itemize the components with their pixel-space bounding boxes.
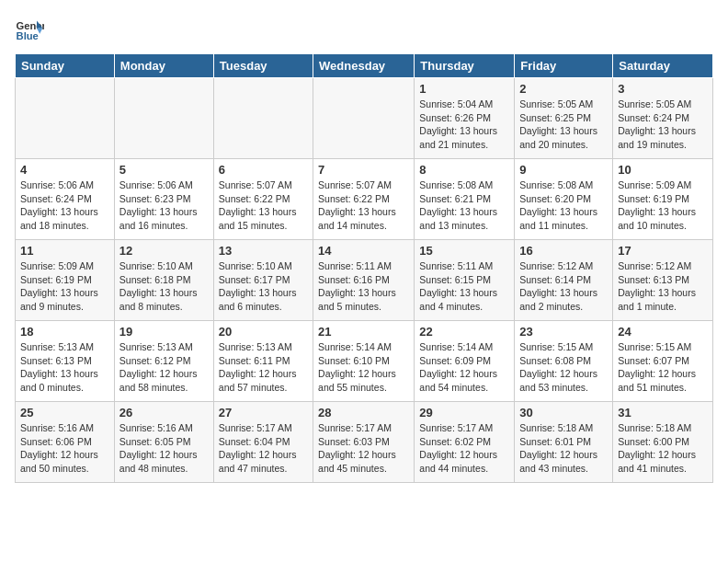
logo-icon: General Blue — [15, 15, 44, 44]
day-info: Sunrise: 5:12 AMSunset: 6:13 PMDaylight:… — [618, 259, 708, 314]
week-row-1: 1Sunrise: 5:04 AMSunset: 6:26 PMDaylight… — [16, 78, 713, 159]
day-info: Sunrise: 5:10 AMSunset: 6:17 PMDaylight:… — [219, 259, 308, 314]
day-number: 8 — [419, 163, 509, 177]
week-row-4: 18Sunrise: 5:13 AMSunset: 6:13 PMDayligh… — [16, 321, 713, 402]
calendar-cell: 2Sunrise: 5:05 AMSunset: 6:25 PMDaylight… — [515, 78, 613, 159]
day-number: 28 — [318, 406, 409, 419]
calendar-cell: 6Sunrise: 5:07 AMSunset: 6:22 PMDaylight… — [213, 159, 313, 240]
calendar-cell: 25Sunrise: 5:16 AMSunset: 6:06 PMDayligh… — [16, 402, 115, 483]
calendar-cell — [114, 78, 213, 159]
day-info: Sunrise: 5:11 AMSunset: 6:15 PMDaylight:… — [419, 259, 509, 314]
calendar-cell: 11Sunrise: 5:09 AMSunset: 6:19 PMDayligh… — [16, 240, 115, 321]
day-number: 23 — [519, 325, 608, 339]
calendar-table: SundayMondayTuesdayWednesdayThursdayFrid… — [15, 53, 713, 483]
calendar-cell: 24Sunrise: 5:15 AMSunset: 6:07 PMDayligh… — [613, 321, 713, 402]
calendar-cell: 16Sunrise: 5:12 AMSunset: 6:14 PMDayligh… — [515, 240, 613, 321]
weekday-header-monday: Monday — [114, 54, 213, 78]
day-info: Sunrise: 5:18 AMSunset: 6:01 PMDaylight:… — [519, 421, 608, 476]
calendar-cell: 29Sunrise: 5:17 AMSunset: 6:02 PMDayligh… — [415, 402, 515, 483]
day-info: Sunrise: 5:17 AMSunset: 6:03 PMDaylight:… — [318, 421, 409, 476]
calendar-cell: 31Sunrise: 5:18 AMSunset: 6:00 PMDayligh… — [613, 402, 713, 483]
calendar-cell: 5Sunrise: 5:06 AMSunset: 6:23 PMDaylight… — [114, 159, 213, 240]
week-row-2: 4Sunrise: 5:06 AMSunset: 6:24 PMDaylight… — [16, 159, 713, 240]
day-info: Sunrise: 5:05 AMSunset: 6:25 PMDaylight:… — [519, 98, 608, 152]
day-number: 13 — [219, 244, 308, 258]
day-number: 22 — [419, 325, 509, 339]
calendar-cell: 13Sunrise: 5:10 AMSunset: 6:17 PMDayligh… — [213, 240, 313, 321]
calendar-cell: 4Sunrise: 5:06 AMSunset: 6:24 PMDaylight… — [16, 159, 115, 240]
page-header: General Blue — [15, 15, 713, 44]
day-info: Sunrise: 5:15 AMSunset: 6:08 PMDaylight:… — [519, 340, 608, 395]
day-number: 14 — [318, 244, 409, 258]
calendar-cell: 15Sunrise: 5:11 AMSunset: 6:15 PMDayligh… — [415, 240, 515, 321]
weekday-header-saturday: Saturday — [613, 54, 713, 78]
calendar-cell — [213, 78, 313, 159]
day-info: Sunrise: 5:14 AMSunset: 6:10 PMDaylight:… — [318, 340, 409, 395]
calendar-cell: 27Sunrise: 5:17 AMSunset: 6:04 PMDayligh… — [213, 402, 313, 483]
day-info: Sunrise: 5:15 AMSunset: 6:07 PMDaylight:… — [618, 340, 708, 395]
weekday-header-wednesday: Wednesday — [313, 54, 415, 78]
calendar-cell: 30Sunrise: 5:18 AMSunset: 6:01 PMDayligh… — [515, 402, 613, 483]
day-info: Sunrise: 5:14 AMSunset: 6:09 PMDaylight:… — [419, 340, 509, 395]
day-number: 19 — [119, 325, 209, 339]
day-number: 31 — [618, 406, 708, 419]
day-number: 6 — [219, 163, 308, 177]
day-info: Sunrise: 5:07 AMSunset: 6:22 PMDaylight:… — [318, 178, 409, 233]
calendar-cell: 21Sunrise: 5:14 AMSunset: 6:10 PMDayligh… — [313, 321, 415, 402]
day-number: 9 — [519, 163, 608, 177]
day-number: 17 — [618, 244, 708, 258]
day-number: 20 — [219, 325, 308, 339]
day-info: Sunrise: 5:07 AMSunset: 6:22 PMDaylight:… — [219, 178, 308, 233]
day-number: 15 — [419, 244, 509, 258]
day-number: 12 — [119, 244, 209, 258]
day-info: Sunrise: 5:04 AMSunset: 6:26 PMDaylight:… — [419, 98, 509, 152]
day-number: 2 — [519, 82, 608, 96]
weekday-header-row: SundayMondayTuesdayWednesdayThursdayFrid… — [16, 54, 713, 78]
day-info: Sunrise: 5:06 AMSunset: 6:23 PMDaylight:… — [119, 178, 209, 233]
week-row-5: 25Sunrise: 5:16 AMSunset: 6:06 PMDayligh… — [16, 402, 713, 483]
day-number: 1 — [419, 82, 509, 96]
calendar-cell — [16, 78, 115, 159]
calendar-cell: 3Sunrise: 5:05 AMSunset: 6:24 PMDaylight… — [613, 78, 713, 159]
day-info: Sunrise: 5:16 AMSunset: 6:05 PMDaylight:… — [119, 421, 209, 476]
calendar-cell: 8Sunrise: 5:08 AMSunset: 6:21 PMDaylight… — [415, 159, 515, 240]
calendar-cell: 26Sunrise: 5:16 AMSunset: 6:05 PMDayligh… — [114, 402, 213, 483]
calendar-cell: 18Sunrise: 5:13 AMSunset: 6:13 PMDayligh… — [16, 321, 115, 402]
day-info: Sunrise: 5:06 AMSunset: 6:24 PMDaylight:… — [20, 178, 109, 233]
calendar-cell: 1Sunrise: 5:04 AMSunset: 6:26 PMDaylight… — [415, 78, 515, 159]
weekday-header-thursday: Thursday — [415, 54, 515, 78]
day-number: 18 — [20, 325, 109, 339]
calendar-cell — [313, 78, 415, 159]
day-number: 11 — [20, 244, 109, 258]
day-number: 25 — [20, 406, 109, 419]
calendar-cell: 7Sunrise: 5:07 AMSunset: 6:22 PMDaylight… — [313, 159, 415, 240]
day-number: 26 — [119, 406, 209, 419]
day-number: 10 — [618, 163, 708, 177]
day-info: Sunrise: 5:08 AMSunset: 6:20 PMDaylight:… — [519, 178, 608, 233]
day-info: Sunrise: 5:05 AMSunset: 6:24 PMDaylight:… — [618, 98, 708, 152]
day-info: Sunrise: 5:08 AMSunset: 6:21 PMDaylight:… — [419, 178, 509, 233]
calendar-cell: 23Sunrise: 5:15 AMSunset: 6:08 PMDayligh… — [515, 321, 613, 402]
calendar-cell: 20Sunrise: 5:13 AMSunset: 6:11 PMDayligh… — [213, 321, 313, 402]
calendar-cell: 10Sunrise: 5:09 AMSunset: 6:19 PMDayligh… — [613, 159, 713, 240]
day-info: Sunrise: 5:16 AMSunset: 6:06 PMDaylight:… — [20, 421, 109, 476]
calendar-cell: 19Sunrise: 5:13 AMSunset: 6:12 PMDayligh… — [114, 321, 213, 402]
day-number: 30 — [519, 406, 608, 419]
weekday-header-sunday: Sunday — [16, 54, 115, 78]
calendar-cell: 9Sunrise: 5:08 AMSunset: 6:20 PMDaylight… — [515, 159, 613, 240]
day-number: 29 — [419, 406, 509, 419]
day-info: Sunrise: 5:09 AMSunset: 6:19 PMDaylight:… — [20, 259, 109, 314]
calendar-cell: 12Sunrise: 5:10 AMSunset: 6:18 PMDayligh… — [114, 240, 213, 321]
day-number: 21 — [318, 325, 409, 339]
weekday-header-tuesday: Tuesday — [213, 54, 313, 78]
calendar-cell: 14Sunrise: 5:11 AMSunset: 6:16 PMDayligh… — [313, 240, 415, 321]
day-info: Sunrise: 5:12 AMSunset: 6:14 PMDaylight:… — [519, 259, 608, 314]
day-info: Sunrise: 5:10 AMSunset: 6:18 PMDaylight:… — [119, 259, 209, 314]
calendar-cell: 28Sunrise: 5:17 AMSunset: 6:03 PMDayligh… — [313, 402, 415, 483]
day-info: Sunrise: 5:17 AMSunset: 6:04 PMDaylight:… — [219, 421, 308, 476]
week-row-3: 11Sunrise: 5:09 AMSunset: 6:19 PMDayligh… — [16, 240, 713, 321]
day-number: 4 — [20, 163, 109, 177]
day-info: Sunrise: 5:13 AMSunset: 6:11 PMDaylight:… — [219, 340, 308, 395]
day-number: 7 — [318, 163, 409, 177]
svg-text:Blue: Blue — [17, 30, 39, 41]
